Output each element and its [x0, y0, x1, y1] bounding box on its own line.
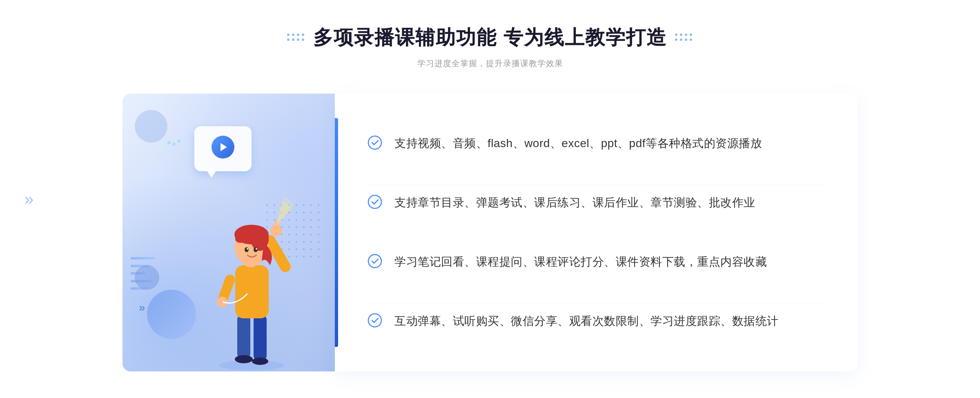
check-icon-1: [368, 135, 382, 150]
svg-rect-12: [235, 233, 269, 243]
svg-point-3: [235, 355, 253, 363]
feature-item-4: 互动弹幕、试听购买、微信分享、观看次数限制、学习进度跟踪、数据统计: [368, 304, 825, 339]
svg-rect-5: [235, 265, 269, 318]
check-icon-4: [368, 313, 382, 328]
sparkle-decoration: [167, 143, 180, 146]
circle-deco-1: [147, 290, 196, 339]
check-icon-3: [368, 254, 382, 268]
check-icon-2: [368, 195, 382, 209]
title-row: 多项录播课辅助功能 专为线上教学打造: [287, 25, 693, 51]
dots-decoration-right: [675, 34, 693, 42]
content-section: »: [122, 94, 858, 371]
feature-item-2: 支持章节目录、弹题考试、课后练习、课后作业、章节测验、批改作业: [368, 185, 825, 220]
svg-point-20: [368, 136, 381, 149]
svg-point-21: [368, 195, 381, 208]
main-title: 多项录播课辅助功能 专为线上教学打造: [313, 25, 666, 51]
svg-point-22: [368, 255, 381, 268]
feature-text-2: 支持章节目录、弹题考试、课后练习、课后作业、章节测验、批改作业: [394, 194, 755, 212]
accent-bar: [335, 118, 338, 347]
svg-point-0: [219, 360, 284, 370]
svg-point-4: [252, 358, 268, 365]
feature-item-1: 支持视频、音频、flash、word、excel、ppt、pdf等各种格式的资源…: [368, 126, 825, 161]
circle-deco-3: [135, 265, 159, 290]
video-play-bubble: [194, 126, 252, 171]
dots-decoration-left: [287, 34, 305, 42]
circle-deco-2: [135, 110, 167, 143]
svg-point-14: [254, 247, 258, 252]
feature-text-1: 支持视频、音频、flash、word、excel、ppt、pdf等各种格式的资源…: [394, 134, 762, 153]
features-panel: 支持视频、音频、flash、word、excel、ppt、pdf等各种格式的资源…: [335, 94, 858, 371]
svg-point-13: [245, 247, 249, 252]
left-page-arrow: »: [24, 190, 33, 208]
svg-point-15: [247, 248, 248, 250]
svg-point-23: [368, 314, 381, 327]
play-button[interactable]: [212, 136, 234, 159]
feature-text-3: 学习笔记回看、课程提问、课程评论打分、课件资料下载，重点内容收藏: [394, 253, 767, 271]
header-section: 多项录播课辅助功能 专为线上教学打造 学习进度全掌握，提升录播课教学效果: [287, 25, 693, 69]
svg-point-16: [256, 248, 257, 250]
svg-rect-2: [254, 314, 267, 361]
svg-rect-1: [237, 314, 250, 359]
arrow-decoration: »: [139, 301, 145, 314]
illustration-panel: »: [122, 94, 335, 371]
page-subtitle: 学习进度全掌握，提升录播课教学效果: [287, 58, 693, 69]
feature-text-4: 互动弹幕、试听购买、微信分享、观看次数限制、学习进度跟踪、数据统计: [394, 312, 779, 331]
feature-item-3: 学习笔记回看、课程提问、课程评论打分、课件资料下载，重点内容收藏: [368, 244, 825, 279]
student-illustration: [194, 175, 309, 371]
page-container: 多项录播课辅助功能 专为线上教学打造 学习进度全掌握，提升录播课教学效果: [0, 0, 980, 398]
svg-point-19: [217, 297, 227, 307]
